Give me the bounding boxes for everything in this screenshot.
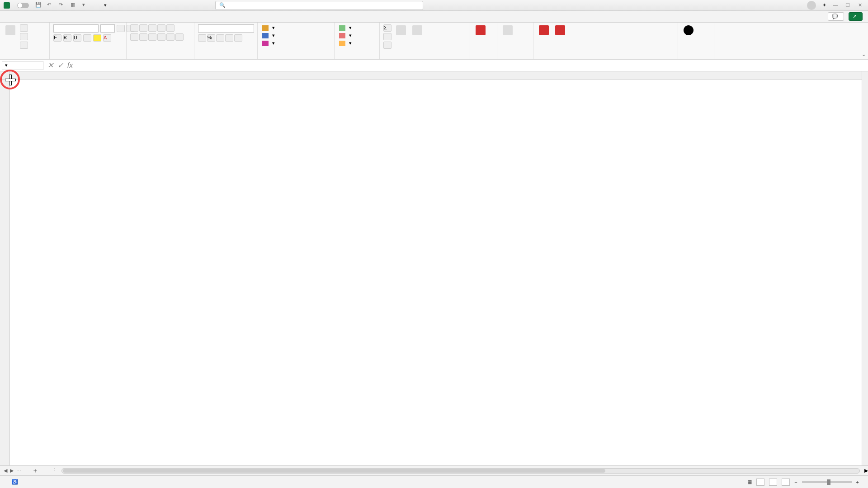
bold-button[interactable]: F	[53, 34, 61, 42]
currency-button[interactable]	[198, 34, 206, 42]
toggle-off-icon[interactable]	[17, 3, 29, 8]
group-label	[261, 58, 330, 58]
diamond-icon[interactable]: ✦	[822, 2, 826, 8]
spreadsheet-grid[interactable]	[0, 71, 868, 475]
fx-button[interactable]: fx	[66, 61, 74, 70]
name-box[interactable]: ▾	[2, 61, 43, 70]
enter-formula-button[interactable]: ✓	[56, 61, 64, 70]
paste-button[interactable]	[4, 24, 17, 37]
merge-button[interactable]	[175, 33, 184, 41]
close-icon[interactable]: ✕	[858, 2, 864, 9]
font-name-select[interactable]	[53, 24, 99, 33]
insert-icon	[339, 25, 345, 31]
excel-icon	[4, 2, 10, 9]
scroll-right-button[interactable]: ▶	[864, 468, 868, 474]
zoom-in-button[interactable]: +	[856, 479, 859, 485]
format-cells-button[interactable]: ▾	[338, 40, 353, 47]
maximize-icon[interactable]: ☐	[845, 2, 852, 9]
formula-input[interactable]	[75, 61, 868, 70]
format-as-table-button[interactable]: ▾	[261, 32, 276, 39]
decrease-indent-button[interactable]	[157, 33, 165, 41]
display-settings-button[interactable]: ▦	[747, 479, 752, 485]
italic-button[interactable]: K	[63, 34, 71, 42]
fill-color-button[interactable]	[93, 34, 101, 42]
search-input[interactable]: 🔍	[215, 1, 423, 10]
active-cell[interactable]	[10, 80, 12, 81]
conditional-formatting-button[interactable]: ▾	[261, 24, 276, 31]
column-headers[interactable]	[10, 71, 862, 80]
border-button[interactable]	[83, 34, 91, 42]
cancel-formula-button[interactable]: ✕	[46, 61, 54, 70]
more-icon[interactable]: ▾	[82, 2, 90, 9]
group-label	[474, 58, 493, 58]
sheet-next-button[interactable]: ▶	[10, 468, 14, 474]
acrobat-share-outlook-button[interactable]	[553, 24, 567, 37]
cut-button[interactable]	[20, 24, 28, 32]
camera-icon[interactable]: ▦	[71, 2, 78, 9]
font-size-select[interactable]	[100, 24, 115, 33]
vertical-scrollbar[interactable]	[862, 71, 868, 475]
sheet-tab-bar: ◀ ▶ ⋯ ＋ ⋮ ▶	[0, 465, 868, 475]
wrap-text-button[interactable]	[166, 24, 175, 32]
ribbon-tabs: 💬 ↗	[0, 11, 868, 23]
align-bottom-button[interactable]	[148, 24, 156, 32]
horizontal-scrollbar[interactable]	[61, 468, 860, 474]
formula-bar: ▾ ✕ ✓ fx	[0, 60, 868, 71]
align-right-button[interactable]	[148, 33, 156, 41]
undo-icon[interactable]: ↶	[47, 2, 54, 9]
filename[interactable]: ▾	[102, 2, 107, 8]
page-layout-view-button[interactable]	[769, 479, 777, 486]
comments-button[interactable]: 💬	[828, 12, 844, 21]
data-analysis-button[interactable]	[501, 24, 514, 37]
autosave-toggle[interactable]	[14, 3, 29, 8]
group-label	[130, 58, 190, 58]
comma-button[interactable]	[216, 34, 224, 42]
align-center-button[interactable]	[139, 33, 147, 41]
zoom-slider[interactable]	[802, 481, 852, 483]
decrease-decimal-button[interactable]	[234, 34, 242, 42]
orientation-button[interactable]	[157, 24, 165, 32]
zoom-out-button[interactable]: −	[794, 479, 797, 485]
increase-decimal-button[interactable]	[225, 34, 233, 42]
sheet-list-button[interactable]: ⋯	[16, 468, 21, 474]
group-label	[53, 58, 123, 58]
align-left-button[interactable]	[130, 33, 138, 41]
collapse-ribbon-button[interactable]: ⌄	[859, 23, 868, 59]
cell-styles-button[interactable]: ▾	[261, 40, 276, 47]
row-headers[interactable]	[0, 80, 10, 475]
accessibility-status[interactable]: ♿	[12, 479, 18, 485]
fill-handle[interactable]	[9, 79, 12, 82]
increase-font-button[interactable]	[117, 25, 125, 32]
redo-icon[interactable]: ↷	[59, 2, 66, 9]
percent-button[interactable]: %	[207, 34, 215, 42]
pdf-icon	[539, 25, 549, 35]
format-painter-button[interactable]	[20, 42, 28, 49]
avatar[interactable]	[807, 1, 816, 10]
font-color-button[interactable]: A	[103, 34, 111, 42]
align-top-button[interactable]	[130, 24, 138, 32]
underline-button[interactable]: U	[73, 34, 81, 42]
autosum-button[interactable]: Σ	[383, 24, 392, 32]
fill-button[interactable]	[383, 33, 392, 40]
insert-cells-button[interactable]: ▾	[338, 24, 353, 31]
sheet-prev-button[interactable]: ◀	[4, 468, 7, 474]
number-format-select[interactable]	[198, 24, 254, 33]
minimize-icon[interactable]: —	[833, 2, 839, 9]
copy-button[interactable]	[20, 33, 28, 40]
chatgpt-button[interactable]	[682, 24, 695, 37]
find-select-button[interactable]	[410, 24, 424, 37]
normal-view-button[interactable]	[756, 479, 764, 486]
share-button[interactable]: ↗	[849, 12, 863, 21]
sort-filter-button[interactable]	[394, 24, 408, 37]
page-break-view-button[interactable]	[782, 479, 790, 486]
clear-button[interactable]	[383, 42, 392, 49]
addins-button[interactable]	[474, 24, 487, 37]
acrobat-share-link-button[interactable]	[537, 24, 551, 37]
delete-cells-button[interactable]: ▾	[338, 32, 353, 39]
save-icon[interactable]: 💾	[35, 2, 42, 9]
select-all-corner[interactable]	[0, 71, 10, 80]
align-middle-button[interactable]	[139, 24, 147, 32]
ribbon: F K U A	[0, 23, 868, 60]
increase-indent-button[interactable]	[166, 33, 175, 41]
add-sheet-button[interactable]: ＋	[28, 467, 43, 475]
